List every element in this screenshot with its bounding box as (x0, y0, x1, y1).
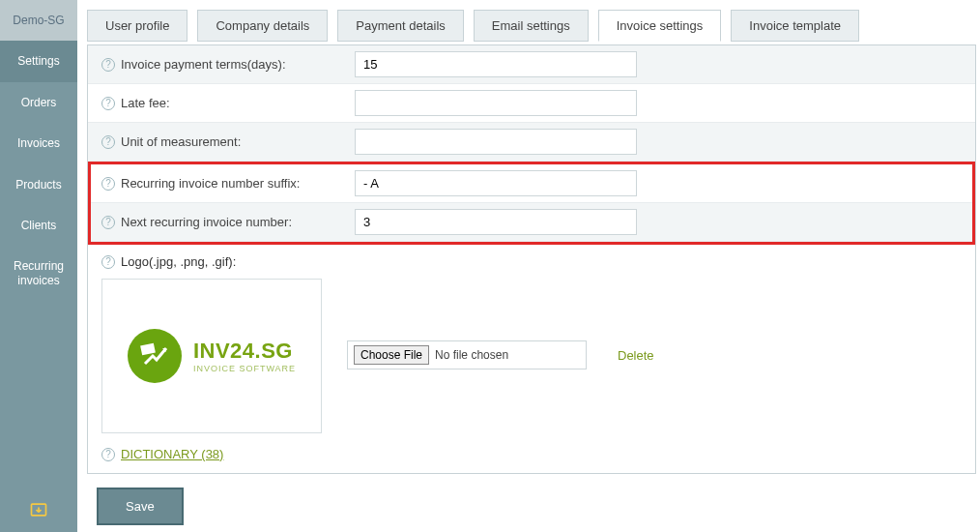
file-input[interactable]: Choose File No file chosen (347, 340, 587, 369)
help-icon[interactable]: ? (101, 177, 115, 191)
help-icon[interactable]: ? (101, 135, 115, 149)
sidebar-header[interactable]: Demo-SG (0, 0, 77, 41)
sidebar-item-clients[interactable]: Clients (0, 205, 77, 246)
help-icon[interactable]: ? (101, 216, 115, 229)
help-icon[interactable]: ? (101, 97, 115, 110)
sidebar: Demo-SG Settings Orders Invoices Product… (0, 0, 77, 532)
export-icon[interactable] (0, 492, 77, 532)
tab-payment-details[interactable]: Payment details (337, 10, 464, 42)
help-icon[interactable]: ? (101, 255, 115, 269)
delete-logo-link[interactable]: Delete (618, 348, 654, 363)
row-dictionary: ? DICTIONARY (38) (88, 437, 975, 473)
label-payment-terms: Invoice payment terms(days): (121, 57, 286, 72)
settings-panel: ? Invoice payment terms(days): ? Late fe… (87, 44, 976, 474)
file-status-text: No file chosen (435, 348, 508, 362)
tab-user-profile[interactable]: User profile (87, 10, 187, 42)
help-icon[interactable]: ? (101, 448, 115, 461)
label-logo: Logo(.jpg, .png, .gif): (121, 254, 236, 269)
sidebar-item-products[interactable]: Products (0, 164, 77, 205)
tab-invoice-settings[interactable]: Invoice settings (598, 10, 722, 42)
label-late-fee: Late fee: (121, 96, 170, 110)
save-button[interactable]: Save (97, 488, 184, 525)
logo-mark-icon (128, 329, 182, 383)
label-suffix: Recurring invoice number suffix: (121, 176, 300, 191)
logo-text-main: INV24.SG (193, 339, 296, 364)
tab-company-details[interactable]: Company details (197, 10, 328, 42)
input-payment-terms[interactable] (355, 51, 637, 77)
sidebar-item-recurring-invoices[interactable]: Recurring invoices (0, 246, 77, 301)
help-icon[interactable]: ? (101, 58, 115, 72)
svg-rect-1 (140, 343, 156, 356)
row-payment-terms: ? Invoice payment terms(days): (88, 45, 975, 84)
row-logo-label: ? Logo(.jpg, .png, .gif): (88, 245, 975, 279)
input-next-number[interactable] (355, 209, 637, 235)
sidebar-item-orders[interactable]: Orders (0, 82, 77, 123)
sidebar-item-settings[interactable]: Settings (0, 41, 77, 81)
input-late-fee[interactable] (355, 90, 637, 116)
sidebar-item-invoices[interactable]: Invoices (0, 123, 77, 163)
choose-file-button[interactable]: Choose File (354, 345, 429, 365)
label-next-number: Next recurring invoice number: (121, 215, 292, 229)
tabs-bar: User profile Company details Payment det… (87, 10, 976, 42)
main-content: User profile Company details Payment det… (77, 0, 980, 532)
dictionary-link[interactable]: DICTIONARY (38) (121, 447, 223, 461)
label-unit: Unit of measurement: (121, 134, 241, 149)
row-next-number: ? Next recurring invoice number: (91, 203, 972, 242)
logo-text-sub: INVOICE SOFTWARE (193, 364, 296, 373)
row-unit: ? Unit of measurement: (88, 123, 975, 162)
tab-email-settings[interactable]: Email settings (474, 10, 589, 42)
row-late-fee: ? Late fee: (88, 84, 975, 123)
tab-invoice-template[interactable]: Invoice template (731, 10, 859, 42)
input-unit[interactable] (355, 129, 637, 155)
input-suffix[interactable] (355, 170, 637, 196)
row-suffix: ? Recurring invoice number suffix: (91, 164, 972, 203)
highlighted-rows: ? Recurring invoice number suffix: ? Nex… (88, 162, 975, 245)
